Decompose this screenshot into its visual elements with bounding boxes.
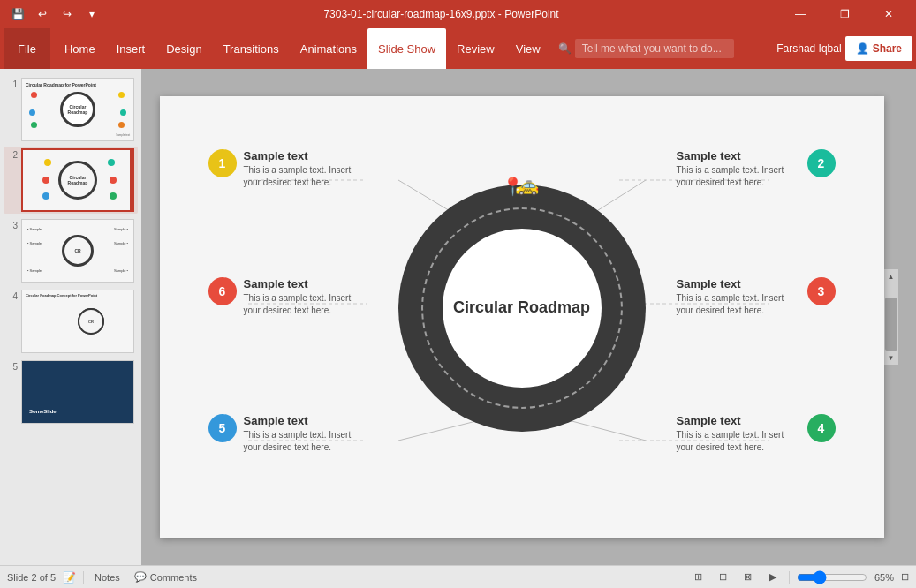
slide-title: Circular Roadmap	[453, 298, 590, 318]
scroll-up-button[interactable]: ▲	[884, 269, 898, 283]
search-icon: 🔍	[558, 42, 572, 55]
search-input[interactable]	[575, 39, 734, 58]
close-button[interactable]: ✕	[868, 0, 909, 28]
slide-info: Slide 2 of 5	[7, 572, 56, 583]
item-desc-4: This is a sample text. Insert your desir…	[677, 429, 800, 454]
slide-content: Circular Roadmap 📍 🚕 1 Sample text	[160, 96, 884, 538]
share-button[interactable]: 👤 Share	[845, 36, 912, 61]
status-bar: Slide 2 of 5 📝 Notes 💬 Comments ⊞ ⊟ ⊠ ▶ …	[0, 565, 916, 588]
item-desc-1: This is a sample text. Insert your desir…	[244, 164, 367, 189]
title-bar: 💾 ↩ ↪ ▾ 7303-01-circular-roadmap-16x9.pp…	[0, 0, 916, 28]
slide-thumbnail-1[interactable]: 1 Circular Roadmap for PowerPoint Circul…	[4, 76, 138, 143]
item-desc-2: This is a sample text. Insert your desir…	[677, 164, 800, 189]
menu-review[interactable]: Review	[446, 28, 505, 69]
fit-button[interactable]: ⊡	[901, 571, 909, 583]
zoom-slider[interactable]	[797, 570, 867, 584]
share-icon: 👤	[856, 42, 869, 55]
menu-transitions[interactable]: Transitions	[213, 28, 290, 69]
menu-slideshow[interactable]: Slide Show	[367, 28, 446, 69]
scroll-down-button[interactable]: ▼	[884, 351, 898, 365]
slide-item-6: 6 Sample text This is a sample text. Ins…	[208, 277, 367, 317]
slide-thumbnail-5[interactable]: 5 SomeSlide	[4, 358, 138, 426]
menu-home[interactable]: Home	[54, 28, 106, 69]
title-bar-left: 💾 ↩ ↪ ▾	[7, 4, 102, 25]
road-inner: Circular Roadmap	[443, 229, 602, 388]
item-desc-3: This is a sample text. Insert your desir…	[677, 292, 800, 317]
slide-number-1: 1	[5, 78, 18, 89]
status-left: Slide 2 of 5 📝 Notes 💬 Comments	[7, 569, 201, 584]
customize-icon[interactable]: ▾	[81, 4, 102, 25]
notes-button[interactable]: Notes	[91, 570, 124, 584]
comments-button[interactable]: 💬 Comments	[131, 569, 201, 584]
slide-sorter-button[interactable]: ⊟	[715, 569, 732, 585]
slide-number-2: 2	[5, 148, 18, 160]
window-controls: — ❐ ✕	[780, 0, 909, 28]
slide-canvas[interactable]: Circular Roadmap 📍 🚕 1 Sample text	[160, 96, 884, 538]
item-title-1: Sample text	[244, 149, 367, 162]
scroll-thumb[interactable]	[885, 298, 897, 351]
item-text-5: Sample text This is a sample text. Inser…	[244, 414, 367, 454]
item-desc-6: This is a sample text. Insert your desir…	[244, 292, 367, 317]
slide-number-5: 5	[5, 360, 18, 372]
notes-icon: 📝	[63, 571, 76, 584]
menu-search-area: 🔍	[558, 39, 770, 58]
slide-panel: 1 Circular Roadmap for PowerPoint Circul…	[0, 69, 141, 565]
item-badge-3: 3	[807, 277, 836, 305]
zoom-level: 65%	[874, 572, 894, 583]
status-right: ⊞ ⊟ ⊠ ▶ 65% ⊡	[690, 569, 909, 585]
menu-view[interactable]: View	[505, 28, 551, 69]
scroll-bar-right: ▲ ▼	[884, 269, 898, 365]
item-badge-4: 4	[807, 414, 836, 442]
item-text-4: Sample text This is a sample text. Inser…	[677, 414, 800, 454]
status-divider-2	[789, 571, 790, 584]
item-badge-2: 2	[807, 149, 836, 177]
item-text-2: Sample text This is a sample text. Inser…	[677, 149, 800, 189]
comments-icon: 💬	[134, 571, 147, 583]
item-title-3: Sample text	[677, 277, 800, 290]
slide-img-4: Circular Roadmap Concept for PowerPoint …	[21, 290, 134, 353]
item-text-1: Sample text This is a sample text. Inser…	[244, 149, 367, 189]
slide-item-1: 1 Sample text This is a sample text. Ins…	[208, 149, 367, 189]
menu-design[interactable]: Design	[155, 28, 212, 69]
slide-number-3: 3	[5, 219, 18, 230]
undo-icon[interactable]: ↩	[32, 4, 53, 25]
slideshow-button[interactable]: ▶	[764, 569, 782, 585]
restore-button[interactable]: ❐	[824, 0, 865, 28]
item-badge-5: 5	[208, 414, 237, 442]
slide-thumbnail-2[interactable]: 2 CircularRoadmap	[4, 147, 138, 214]
menu-file[interactable]: File	[4, 28, 50, 69]
item-text-6: Sample text This is a sample text. Inser…	[244, 277, 367, 317]
window-title: 7303-01-circular-roadmap-16x9.pptx - Pow…	[102, 8, 780, 20]
slide-thumbnail-3[interactable]: 3 CR • Sample • Sample • Sample Sample •…	[4, 217, 138, 284]
slide-thumbnail-4[interactable]: 4 Circular Roadmap Concept for PowerPoin…	[4, 288, 138, 355]
item-title-2: Sample text	[677, 149, 800, 162]
item-title-5: Sample text	[244, 414, 367, 427]
minimize-button[interactable]: —	[780, 0, 821, 28]
menu-animations[interactable]: Animations	[290, 28, 367, 69]
menu-bar: File Home Insert Design Transitions Anim…	[0, 28, 916, 69]
item-badge-1: 1	[208, 149, 237, 177]
item-title-4: Sample text	[677, 414, 800, 427]
item-text-3: Sample text This is a sample text. Inser…	[677, 277, 800, 317]
quick-access: 💾 ↩ ↪ ▾	[7, 4, 102, 25]
slide-img-1: Circular Roadmap for PowerPoint Circular…	[21, 78, 134, 141]
user-label: Farshad Iqbal	[776, 42, 841, 55]
slide-number-4: 4	[5, 290, 18, 301]
slide-item-4: 4 Sample text This is a sample text. Ins…	[677, 414, 836, 454]
redo-icon[interactable]: ↪	[57, 4, 78, 25]
reading-view-button[interactable]: ⊠	[739, 569, 757, 585]
canvas-area: Circular Roadmap 📍 🚕 1 Sample text	[141, 69, 916, 565]
save-icon[interactable]: 💾	[7, 4, 28, 25]
slide-img-5: SomeSlide	[21, 360, 134, 424]
road-container: Circular Roadmap 📍 🚕	[398, 185, 646, 432]
item-title-6: Sample text	[244, 277, 367, 290]
slide-item-2: 2 Sample text This is a sample text. Ins…	[677, 149, 836, 189]
slide-img-3: CR • Sample • Sample • Sample Sample • S…	[21, 219, 134, 283]
normal-view-button[interactable]: ⊞	[690, 569, 708, 585]
slide-item-5: 5 Sample text This is a sample text. Ins…	[208, 414, 367, 454]
road-outer: Circular Roadmap	[398, 185, 646, 432]
slide-img-2: CircularRoadmap	[21, 148, 134, 212]
comments-label: Comments	[150, 572, 197, 583]
slide-item-3: 3 Sample text This is a sample text. Ins…	[677, 277, 836, 317]
menu-insert[interactable]: Insert	[106, 28, 156, 69]
